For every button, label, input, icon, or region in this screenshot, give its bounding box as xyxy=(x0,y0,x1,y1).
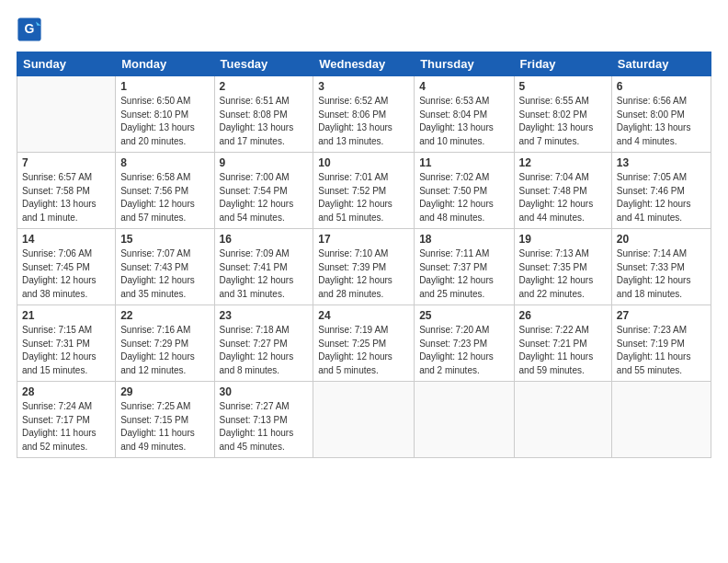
calendar-header-row: SundayMondayTuesdayWednesdayThursdayFrid… xyxy=(17,52,711,76)
cell-info: Sunrise: 7:09 AM Sunset: 7:41 PM Dayligh… xyxy=(220,247,309,301)
day-number: 4 xyxy=(419,80,508,93)
cell-info: Sunrise: 6:55 AM Sunset: 8:02 PM Dayligh… xyxy=(519,95,607,148)
day-number: 12 xyxy=(519,156,607,169)
day-number: 19 xyxy=(519,233,607,246)
day-number: 3 xyxy=(318,80,409,93)
cell-info: Sunrise: 6:58 AM Sunset: 7:56 PM Dayligh… xyxy=(120,171,209,224)
week-row-5: 28Sunrise: 7:24 AM Sunset: 7:17 PM Dayli… xyxy=(17,382,711,458)
calendar-cell: 26Sunrise: 7:22 AM Sunset: 7:21 PM Dayli… xyxy=(514,305,611,382)
calendar-cell xyxy=(611,382,711,458)
cell-info: Sunrise: 7:22 AM Sunset: 7:21 PM Dayligh… xyxy=(519,324,607,377)
cell-info: Sunrise: 7:11 AM Sunset: 7:37 PM Dayligh… xyxy=(419,247,508,301)
cell-info: Sunrise: 6:50 AM Sunset: 8:10 PM Dayligh… xyxy=(120,95,209,148)
calendar-cell: 28Sunrise: 7:24 AM Sunset: 7:17 PM Dayli… xyxy=(17,382,116,458)
cell-info: Sunrise: 7:20 AM Sunset: 7:23 PM Dayligh… xyxy=(419,324,508,377)
day-number: 27 xyxy=(617,309,706,322)
day-number: 21 xyxy=(22,309,110,322)
header-monday: Monday xyxy=(116,52,214,76)
cell-info: Sunrise: 6:51 AM Sunset: 8:08 PM Dayligh… xyxy=(220,95,309,148)
cell-info: Sunrise: 7:24 AM Sunset: 7:17 PM Dayligh… xyxy=(22,400,110,454)
day-number: 11 xyxy=(419,156,508,169)
header-thursday: Thursday xyxy=(415,52,514,76)
cell-info: Sunrise: 7:16 AM Sunset: 7:29 PM Dayligh… xyxy=(120,324,209,377)
cell-info: Sunrise: 7:19 AM Sunset: 7:25 PM Dayligh… xyxy=(318,324,409,377)
cell-info: Sunrise: 7:07 AM Sunset: 7:43 PM Dayligh… xyxy=(120,247,209,301)
calendar-cell xyxy=(313,382,415,458)
calendar-cell xyxy=(514,382,611,458)
week-row-3: 14Sunrise: 7:06 AM Sunset: 7:45 PM Dayli… xyxy=(17,229,711,305)
cell-info: Sunrise: 7:13 AM Sunset: 7:35 PM Dayligh… xyxy=(519,247,607,301)
page: G SundayMondayTuesdayWednesdayThursdayFr… xyxy=(0,0,728,563)
day-number: 10 xyxy=(318,156,409,169)
cell-info: Sunrise: 7:27 AM Sunset: 7:13 PM Dayligh… xyxy=(220,400,309,454)
logo: G xyxy=(17,17,46,42)
calendar-cell: 24Sunrise: 7:19 AM Sunset: 7:25 PM Dayli… xyxy=(313,305,415,382)
calendar-cell: 23Sunrise: 7:18 AM Sunset: 7:27 PM Dayli… xyxy=(214,305,313,382)
header-friday: Friday xyxy=(514,52,611,76)
day-number: 29 xyxy=(120,385,209,398)
day-number: 25 xyxy=(419,309,508,322)
day-number: 17 xyxy=(318,233,409,246)
calendar-cell: 17Sunrise: 7:10 AM Sunset: 7:39 PM Dayli… xyxy=(313,229,415,305)
logo-icon: G xyxy=(17,17,42,42)
cell-info: Sunrise: 6:57 AM Sunset: 7:58 PM Dayligh… xyxy=(22,171,110,224)
calendar-cell: 29Sunrise: 7:25 AM Sunset: 7:15 PM Dayli… xyxy=(116,382,214,458)
week-row-2: 7Sunrise: 6:57 AM Sunset: 7:58 PM Daylig… xyxy=(17,153,711,229)
day-number: 16 xyxy=(220,233,309,246)
cell-info: Sunrise: 7:06 AM Sunset: 7:45 PM Dayligh… xyxy=(22,247,110,301)
calendar-cell: 11Sunrise: 7:02 AM Sunset: 7:50 PM Dayli… xyxy=(415,153,514,229)
day-number: 6 xyxy=(617,80,706,93)
cell-info: Sunrise: 7:25 AM Sunset: 7:15 PM Dayligh… xyxy=(120,400,209,454)
svg-text:G: G xyxy=(25,21,35,36)
day-number: 5 xyxy=(519,80,607,93)
calendar-cell: 13Sunrise: 7:05 AM Sunset: 7:46 PM Dayli… xyxy=(611,153,711,229)
cell-info: Sunrise: 7:00 AM Sunset: 7:54 PM Dayligh… xyxy=(220,171,309,224)
day-number: 1 xyxy=(120,80,209,93)
calendar-cell: 27Sunrise: 7:23 AM Sunset: 7:19 PM Dayli… xyxy=(611,305,711,382)
calendar-cell: 6Sunrise: 6:56 AM Sunset: 8:00 PM Daylig… xyxy=(611,76,711,153)
calendar-cell: 20Sunrise: 7:14 AM Sunset: 7:33 PM Dayli… xyxy=(611,229,711,305)
day-number: 2 xyxy=(220,80,309,93)
calendar-cell: 30Sunrise: 7:27 AM Sunset: 7:13 PM Dayli… xyxy=(214,382,313,458)
calendar-cell: 19Sunrise: 7:13 AM Sunset: 7:35 PM Dayli… xyxy=(514,229,611,305)
day-number: 20 xyxy=(617,233,706,246)
header: G xyxy=(17,17,711,42)
cell-info: Sunrise: 6:53 AM Sunset: 8:04 PM Dayligh… xyxy=(419,95,508,148)
cell-info: Sunrise: 7:14 AM Sunset: 7:33 PM Dayligh… xyxy=(617,247,706,301)
day-number: 14 xyxy=(22,233,110,246)
calendar-cell xyxy=(17,76,116,153)
week-row-1: 1Sunrise: 6:50 AM Sunset: 8:10 PM Daylig… xyxy=(17,76,711,153)
calendar: SundayMondayTuesdayWednesdayThursdayFrid… xyxy=(17,52,711,458)
day-number: 8 xyxy=(120,156,209,169)
cell-info: Sunrise: 7:04 AM Sunset: 7:48 PM Dayligh… xyxy=(519,171,607,224)
day-number: 26 xyxy=(519,309,607,322)
calendar-cell: 25Sunrise: 7:20 AM Sunset: 7:23 PM Dayli… xyxy=(415,305,514,382)
day-number: 18 xyxy=(419,233,508,246)
calendar-cell: 22Sunrise: 7:16 AM Sunset: 7:29 PM Dayli… xyxy=(116,305,214,382)
calendar-cell: 16Sunrise: 7:09 AM Sunset: 7:41 PM Dayli… xyxy=(214,229,313,305)
calendar-cell: 2Sunrise: 6:51 AM Sunset: 8:08 PM Daylig… xyxy=(214,76,313,153)
day-number: 15 xyxy=(120,233,209,246)
header-wednesday: Wednesday xyxy=(313,52,415,76)
day-number: 7 xyxy=(22,156,110,169)
calendar-cell: 5Sunrise: 6:55 AM Sunset: 8:02 PM Daylig… xyxy=(514,76,611,153)
day-number: 22 xyxy=(120,309,209,322)
calendar-cell: 15Sunrise: 7:07 AM Sunset: 7:43 PM Dayli… xyxy=(116,229,214,305)
day-number: 24 xyxy=(318,309,409,322)
calendar-cell: 1Sunrise: 6:50 AM Sunset: 8:10 PM Daylig… xyxy=(116,76,214,153)
cell-info: Sunrise: 7:23 AM Sunset: 7:19 PM Dayligh… xyxy=(617,324,706,377)
day-number: 13 xyxy=(617,156,706,169)
calendar-cell: 9Sunrise: 7:00 AM Sunset: 7:54 PM Daylig… xyxy=(214,153,313,229)
calendar-cell: 3Sunrise: 6:52 AM Sunset: 8:06 PM Daylig… xyxy=(313,76,415,153)
cell-info: Sunrise: 7:02 AM Sunset: 7:50 PM Dayligh… xyxy=(419,171,508,224)
day-number: 28 xyxy=(22,385,110,398)
calendar-cell: 8Sunrise: 6:58 AM Sunset: 7:56 PM Daylig… xyxy=(116,153,214,229)
calendar-cell: 4Sunrise: 6:53 AM Sunset: 8:04 PM Daylig… xyxy=(415,76,514,153)
calendar-cell: 7Sunrise: 6:57 AM Sunset: 7:58 PM Daylig… xyxy=(17,153,116,229)
cell-info: Sunrise: 7:10 AM Sunset: 7:39 PM Dayligh… xyxy=(318,247,409,301)
day-number: 23 xyxy=(220,309,309,322)
cell-info: Sunrise: 6:52 AM Sunset: 8:06 PM Dayligh… xyxy=(318,95,409,148)
header-sunday: Sunday xyxy=(17,52,116,76)
calendar-cell: 12Sunrise: 7:04 AM Sunset: 7:48 PM Dayli… xyxy=(514,153,611,229)
header-saturday: Saturday xyxy=(611,52,711,76)
